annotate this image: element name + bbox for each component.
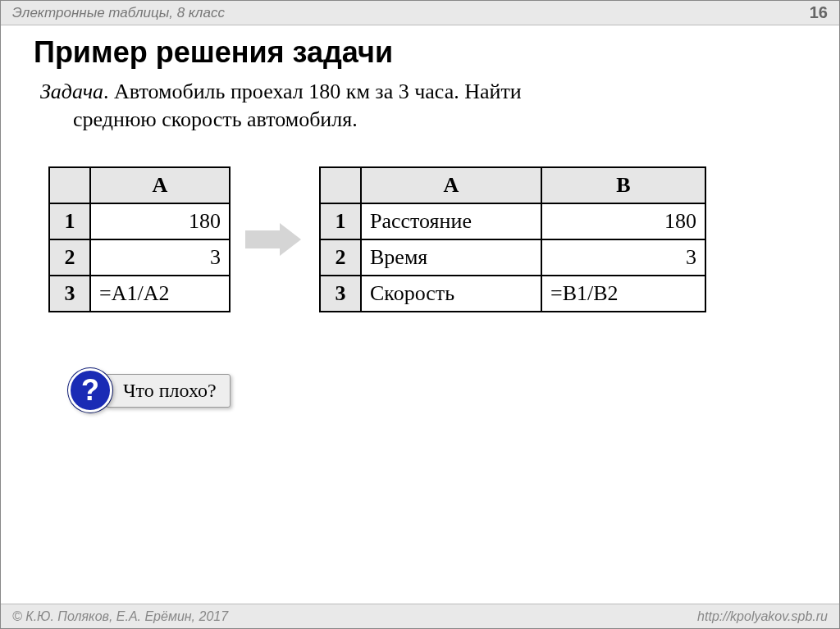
table-right: A B 1 Расстояние 180 2 Время 3 3 Скорост… [319, 166, 706, 312]
cell: Время [361, 239, 541, 276]
table-row: A B [320, 167, 705, 203]
table-left: A 1 180 2 3 3 =A1/A2 [48, 166, 231, 312]
callout-text: Что плохо? [106, 374, 231, 408]
footer-copyright: © К.Ю. Поляков, Е.А. Ерёмин, 2017 [12, 609, 228, 624]
cell: 3 [90, 239, 230, 276]
table-row: 1 Расстояние 180 [320, 203, 705, 239]
table-row: A [49, 167, 230, 203]
problem-text: Задача. Автомобиль проехал 180 км за 3 ч… [40, 78, 800, 134]
arrow-right-icon [245, 223, 304, 256]
problem-lead: Задача [40, 80, 103, 103]
row-header: 3 [49, 276, 90, 312]
header-bar: Электронные таблицы, 8 класс 16 [1, 1, 839, 25]
cell: 180 [541, 203, 705, 239]
cell: Расстояние [361, 203, 541, 239]
cell: 180 [90, 203, 230, 239]
cell: 3 [541, 239, 705, 276]
header-subject: Электронные таблицы, 8 класс [12, 5, 225, 21]
slide: Электронные таблицы, 8 класс 16 Пример р… [0, 0, 840, 629]
problem-line1: . Автомобиль проехал 180 км за 3 часа. Н… [103, 80, 522, 103]
col-header-a: A [361, 167, 541, 203]
footer-url: http://kpolyakov.spb.ru [697, 609, 828, 624]
row-header: 2 [320, 239, 361, 276]
table-row: 3 =A1/A2 [49, 276, 230, 312]
col-header-a: A [90, 167, 230, 203]
problem-line2: среднюю скорость автомобиля. [40, 106, 358, 134]
question-callout: ? Что плохо? [68, 368, 231, 412]
row-header: 1 [320, 203, 361, 239]
tables-row: A 1 180 2 3 3 =A1/A2 A B [48, 166, 706, 312]
cell: =A1/A2 [90, 276, 230, 312]
row-header: 2 [49, 239, 90, 276]
cell: Скорость [361, 276, 541, 312]
footer-bar: © К.Ю. Поляков, Е.А. Ерёмин, 2017 http:/… [1, 604, 839, 628]
page-number: 16 [810, 3, 828, 22]
row-header: 3 [320, 276, 361, 312]
col-header-b: B [541, 167, 705, 203]
question-mark-icon: ? [68, 368, 112, 412]
cell: =B1/B2 [541, 276, 705, 312]
table-row: 2 Время 3 [320, 239, 705, 276]
row-header: 1 [49, 203, 90, 239]
corner-cell [320, 167, 361, 203]
corner-cell [49, 167, 90, 203]
slide-title: Пример решения задачи [34, 35, 806, 70]
table-row: 2 3 [49, 239, 230, 276]
table-row: 3 Скорость =B1/B2 [320, 276, 705, 312]
table-row: 1 180 [49, 203, 230, 239]
